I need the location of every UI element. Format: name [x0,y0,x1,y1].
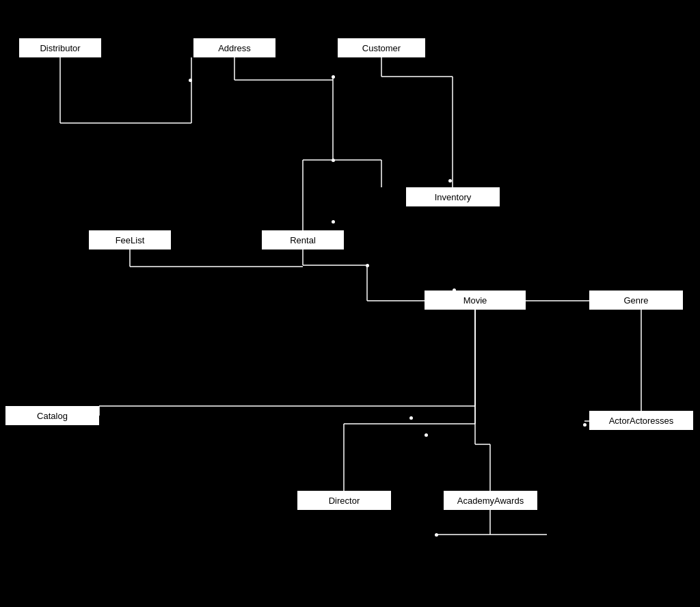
dot-0 [189,79,192,82]
dot-2 [332,159,335,162]
dot-3 [448,179,452,183]
node-academyawards[interactable]: AcademyAwards [444,491,537,510]
node-customer[interactable]: Customer [338,38,425,57]
node-director[interactable]: Director [297,491,391,510]
dot-10 [435,533,438,537]
dot-9 [583,423,587,427]
dot-5 [366,264,369,267]
dot-7 [409,416,413,420]
dot-4 [332,220,335,224]
node-distributor[interactable]: Distributor [19,38,101,57]
node-rental[interactable]: Rental [262,230,344,249]
node-catalog[interactable]: Catalog [5,406,99,425]
dot-1 [332,75,335,79]
node-feelist[interactable]: FeeList [89,230,171,249]
dot-6 [453,288,456,292]
node-actoractoresses[interactable]: ActorActoresses [589,411,693,430]
node-inventory[interactable]: Inventory [406,187,500,206]
dot-8 [425,433,428,437]
node-movie[interactable]: Movie [425,291,526,310]
node-genre[interactable]: Genre [589,291,683,310]
node-address[interactable]: Address [193,38,275,57]
